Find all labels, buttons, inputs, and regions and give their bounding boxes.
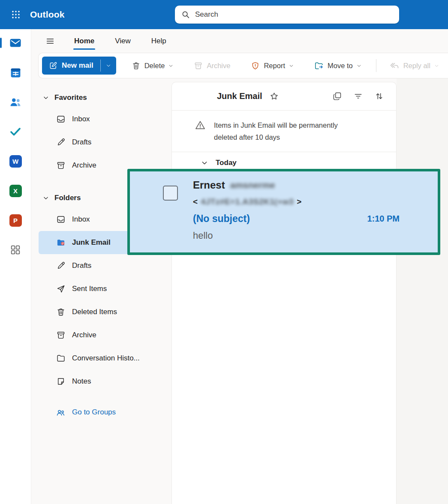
groups-icon: [56, 408, 66, 417]
folder-label: Archive: [72, 331, 96, 339]
folder-item-archive[interactable]: Archive: [39, 324, 156, 347]
address-close-bracket: >: [297, 197, 302, 207]
folder-item-sent-items[interactable]: Sent Items: [39, 277, 156, 300]
folder-pane: Favorites Inbox Drafts Archive Folders: [31, 78, 171, 504]
todo-app-icon: [9, 125, 22, 138]
folders-header-label: Folders: [54, 194, 81, 202]
filter-button[interactable]: [353, 91, 363, 101]
search-input[interactable]: [195, 10, 393, 19]
rail-item-calendar[interactable]: [8, 66, 23, 79]
sent-icon: [56, 284, 66, 294]
folder-item-drafts[interactable]: Drafts: [39, 254, 156, 277]
email-sender: Ernest: [193, 179, 225, 191]
email-subject-line: (No subject) 1:10 PM: [193, 210, 400, 227]
powerpoint-app-icon: P: [9, 214, 22, 227]
tab-view[interactable]: View: [105, 29, 141, 53]
folder-label: Archive: [72, 161, 96, 170]
move-to-label: Move to: [328, 62, 353, 70]
email-address-redacted: 4JTz#E=1.A3S2K1(+w3: [201, 197, 294, 207]
rail-item-powerpoint[interactable]: P: [8, 213, 23, 227]
content-area: Favorites Inbox Drafts Archive Folders: [31, 78, 448, 504]
junk-retention-banner: Items in Junk Email will be permanently …: [172, 111, 396, 152]
favorite-folder-button[interactable]: [269, 91, 279, 101]
excel-letter: X: [13, 187, 18, 195]
archive-button[interactable]: Archive: [189, 57, 235, 74]
new-mail-dropdown[interactable]: [101, 57, 116, 75]
sort-icon: [374, 91, 384, 101]
go-to-groups-link[interactable]: Go to Groups: [31, 402, 171, 423]
chevron-down-icon: [43, 195, 49, 201]
toolbar-separator: [376, 59, 376, 72]
hamburger-icon: [45, 36, 55, 46]
trash-icon: [132, 61, 141, 70]
command-toolbar: New mail Delete Archive Report Move to: [38, 53, 448, 78]
list-header-actions: [332, 91, 384, 101]
tab-home-label: Home: [74, 37, 94, 45]
reply-all-icon: [389, 60, 400, 71]
chevron-down-icon: [357, 63, 361, 68]
report-button[interactable]: Report: [246, 57, 299, 74]
chevron-down-icon: [168, 63, 173, 68]
rail-item-more-apps[interactable]: [8, 243, 23, 257]
main-area: Home View Help New mail Delete Archive: [31, 29, 448, 504]
app-rail: W X P: [0, 29, 31, 504]
report-shield-icon: [251, 61, 260, 70]
tab-help[interactable]: Help: [141, 29, 177, 53]
email-time: 1:10 PM: [367, 214, 400, 224]
inbox-icon: [56, 215, 66, 224]
folder-title: Junk Email: [217, 91, 262, 101]
excel-app-icon: X: [9, 185, 22, 197]
email-sender-line: Ernest amsnerme: [193, 177, 400, 194]
move-to-button[interactable]: Move to: [309, 57, 367, 74]
archive-icon: [56, 161, 66, 170]
new-mail-split-button[interactable]: New mail: [42, 57, 116, 75]
reply-all-label: Reply all: [403, 62, 430, 70]
folder-label: Drafts: [72, 138, 91, 147]
powerpoint-letter: P: [13, 217, 18, 224]
waffle-icon: [11, 9, 21, 20]
app-launcher-button[interactable]: [6, 4, 26, 25]
new-mail-button[interactable]: New mail: [42, 57, 100, 75]
drafts-pen-icon: [56, 138, 66, 147]
folder-item-deleted-items[interactable]: Deleted Items: [39, 300, 156, 324]
rail-item-word[interactable]: W: [8, 154, 23, 168]
favorites-item-inbox[interactable]: Inbox: [39, 108, 156, 131]
filter-icon: [353, 91, 363, 101]
folder-icon: [56, 354, 66, 363]
sort-button[interactable]: [374, 91, 384, 101]
tab-home[interactable]: Home: [64, 29, 105, 53]
reading-pane: [397, 78, 448, 504]
favorites-item-drafts[interactable]: Drafts: [39, 131, 156, 154]
reply-all-button[interactable]: Reply all: [384, 57, 444, 75]
address-open-bracket: <: [193, 197, 198, 207]
compose-icon: [49, 61, 57, 70]
folder-item-notes[interactable]: Notes: [39, 370, 156, 393]
chevron-down-icon: [201, 159, 208, 166]
search-bar[interactable]: [175, 6, 399, 24]
select-all-button[interactable]: [332, 91, 342, 101]
rail-item-excel[interactable]: X: [8, 184, 23, 198]
rail-item-mail[interactable]: [8, 36, 23, 50]
move-to-folder-icon: [314, 61, 324, 70]
chevron-down-icon: [43, 95, 49, 101]
ribbon-tabs: Home View Help: [64, 29, 177, 53]
highlight-annotation: Ernest amsnerme < 4JTz#E=1.A3S2K1(+w3 > …: [127, 169, 440, 255]
email-list-item[interactable]: Ernest amsnerme < 4JTz#E=1.A3S2K1(+w3 > …: [130, 171, 438, 252]
word-letter: W: [12, 158, 18, 165]
tab-help-label: Help: [151, 37, 166, 45]
folder-label: Drafts: [72, 261, 91, 270]
message-list-pane: Junk Email Items: [171, 82, 397, 504]
people-app-icon: [9, 96, 22, 108]
email-checkbox[interactable]: [163, 186, 178, 201]
favorites-section-header[interactable]: Favorites: [31, 88, 171, 108]
folder-label: Conversation Histo...: [72, 354, 140, 363]
delete-button[interactable]: Delete: [126, 57, 179, 74]
chevron-down-icon: [434, 63, 439, 68]
folder-item-conversation-history[interactable]: Conversation Histo...: [39, 347, 156, 370]
junk-folder-icon: [56, 238, 66, 247]
rail-item-people[interactable]: [8, 95, 23, 109]
nav-toggle-button[interactable]: [42, 33, 59, 50]
rail-item-todo[interactable]: [8, 125, 23, 138]
folder-label: Junk Email: [72, 238, 111, 247]
email-address-line: < 4JTz#E=1.A3S2K1(+w3 >: [193, 194, 400, 210]
